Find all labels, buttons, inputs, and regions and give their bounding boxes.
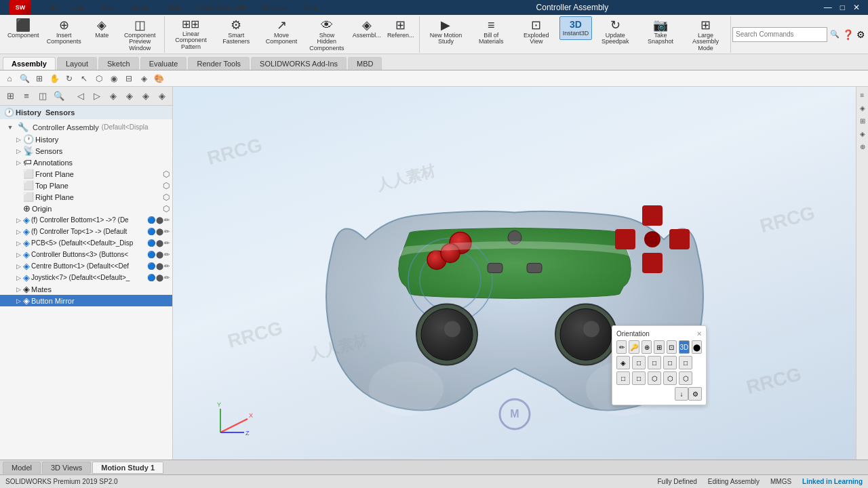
move-component-button[interactable]: ↗ Move Component xyxy=(260,16,304,49)
settings-icon[interactable]: ⚙ xyxy=(856,29,865,40)
tree-centre-button[interactable]: ▷ ◈ Centre Button<1> (Default<<Def 🔵 ⬤ ✏ xyxy=(0,260,172,272)
tree-annotations[interactable]: ▷ 🏷 Annotations xyxy=(0,157,172,168)
right-panel-btn3[interactable]: ⊞ xyxy=(857,115,868,126)
tree-button-mirror[interactable]: ▷ ◈ Button Mirror xyxy=(0,295,172,306)
menu-view[interactable]: View xyxy=(94,2,121,13)
ctrl-buttons-expand[interactable]: ▷ xyxy=(14,250,23,260)
orient-key-icon[interactable]: 🔑 xyxy=(629,340,639,354)
sensors-expand-icon[interactable]: ▷ xyxy=(14,146,23,156)
menu-file[interactable]: File xyxy=(39,2,62,13)
right-panel-btn5[interactable]: ⊕ xyxy=(857,141,868,152)
ctrl-bottom-action1-icon[interactable]: 🔵 xyxy=(147,216,155,224)
joystick-action3-icon[interactable]: ✏ xyxy=(164,274,170,281)
tree-origin[interactable]: ⊕ Origin ⬡ xyxy=(0,203,172,214)
centre-button-action2-icon[interactable]: ⬤ xyxy=(156,262,163,270)
tb2-appearance-icon[interactable]: 🎨 xyxy=(152,72,165,85)
mates-expand[interactable]: ▷ xyxy=(14,285,23,294)
update-speedpak-button[interactable]: ↻ Update Speedpak xyxy=(593,16,637,49)
orient-dimetric-icon[interactable]: ⬡ xyxy=(663,371,677,385)
ctrl-buttons-action1-icon[interactable]: 🔵 xyxy=(147,251,155,258)
history-expand-icon[interactable]: ▷ xyxy=(14,135,23,144)
ctrl-bottom-action2-icon[interactable]: ⬤ xyxy=(156,216,163,224)
ctrl-top-expand[interactable]: ▷ xyxy=(14,227,23,237)
menu-photoview[interactable]: PhotoView 360 xyxy=(191,2,252,13)
pcb-action3-icon[interactable]: ✏ xyxy=(164,239,170,247)
sidebar-search-icon[interactable]: 🔍 xyxy=(52,89,66,104)
close-button[interactable]: ✕ xyxy=(850,3,863,12)
tree-mates[interactable]: ▷ ◈ Mates xyxy=(0,283,172,295)
orient-right-icon2[interactable]: □ xyxy=(679,356,692,369)
orient-settings-icon[interactable]: ⚙ xyxy=(688,387,702,401)
orient-pencil-icon[interactable]: ✏ xyxy=(616,340,627,354)
sidebar-filter-icon[interactable]: ⊞ xyxy=(3,89,18,104)
orient-bottom-icon[interactable]: □ xyxy=(632,371,646,385)
tab-layout[interactable]: Layout xyxy=(57,57,97,70)
sidebar-next-icon[interactable]: ▷ xyxy=(90,89,104,104)
ctrl-bottom-action3-icon[interactable]: ✏ xyxy=(164,216,170,224)
menu-edit[interactable]: Edit xyxy=(66,2,90,13)
tree-front-plane[interactable]: ⬜ Front Plane ⬡ xyxy=(0,168,172,180)
ctrl-buttons-action2-icon[interactable]: ⬤ xyxy=(156,251,163,258)
orient-down-arrow-icon[interactable]: ↓ xyxy=(675,387,688,401)
component-button[interactable]: ⬛ Component xyxy=(5,16,41,42)
centre-button-action1-icon[interactable]: 🔵 xyxy=(147,262,155,270)
menu-window[interactable]: Window xyxy=(256,2,293,13)
tb2-fit-icon[interactable]: ⊞ xyxy=(33,72,46,85)
tb2-wireframe-icon[interactable]: ⬡ xyxy=(92,72,106,85)
tab-sketch[interactable]: Sketch xyxy=(98,57,139,70)
menu-tools[interactable]: Tools xyxy=(159,2,187,13)
search-input[interactable] xyxy=(732,27,827,42)
sidebar-prev-icon[interactable]: ◁ xyxy=(73,89,88,104)
tree-top-plane[interactable]: ⬜ Top Plane ⬡ xyxy=(0,180,172,191)
tb2-pan-icon[interactable]: ✋ xyxy=(47,72,61,85)
tab-evaluate[interactable]: Evaluate xyxy=(140,57,187,70)
orient-box-icon[interactable]: ⊡ xyxy=(667,340,677,354)
large-assembly-mode-button[interactable]: ⊞ Large Assembly Mode xyxy=(684,16,728,56)
right-plane-vis-icon[interactable]: ⬡ xyxy=(163,192,170,202)
assembly-root[interactable]: ▼ 🔧 Controller Assembly (Default<Displa xyxy=(0,121,172,134)
ctrl-buttons-action3-icon[interactable]: ✏ xyxy=(164,251,170,258)
tree-history[interactable]: ▷ 🕐 History xyxy=(0,134,172,145)
tree-joystick[interactable]: ▷ ◈ Joystick<7> (Default<<Default>_ 🔵 ⬤ … xyxy=(0,272,172,283)
tree-pcb[interactable]: ▷ ◈ PCB<5> (Default<<Default>_Disp 🔵 ⬤ ✏ xyxy=(0,237,172,249)
tree-ctrl-bottom[interactable]: ▷ ◈ (f) Controller Bottom<1> ->? (De 🔵 ⬤… xyxy=(0,214,172,226)
search-icon[interactable]: 🔍 xyxy=(830,30,840,39)
ctrl-bottom-expand[interactable]: ▷ xyxy=(14,216,23,225)
assembly-expand-icon[interactable]: ▼ xyxy=(5,123,15,132)
ctrl-top-action1-icon[interactable]: 🔵 xyxy=(147,228,155,235)
pcb-expand[interactable]: ▷ xyxy=(14,239,23,248)
joystick-action2-icon[interactable]: ⬤ xyxy=(156,274,163,281)
tb2-display-icon[interactable]: ◈ xyxy=(137,72,151,85)
insert-components-button[interactable]: ⊕ Insert Components xyxy=(42,16,85,49)
joystick-expand[interactable]: ▷ xyxy=(14,273,23,283)
menu-help[interactable]: Help xyxy=(298,2,324,13)
component-preview-button[interactable]: ◫ Component Preview Window xyxy=(118,16,161,56)
new-motion-study-button[interactable]: ▶ New Motion Study xyxy=(424,16,468,49)
annotations-expand-icon[interactable]: ▷ xyxy=(14,158,23,167)
front-plane-vis-icon[interactable]: ⬡ xyxy=(163,169,170,179)
tree-right-plane[interactable]: ⬜ Right Plane ⬡ xyxy=(0,191,172,203)
orientation-close-icon[interactable]: ✕ xyxy=(696,330,702,338)
take-snapshot-button[interactable]: 📷 Take Snapshot xyxy=(639,16,682,49)
sidebar-view2-icon[interactable]: ◈ xyxy=(122,89,137,104)
tb2-select-icon[interactable]: ↖ xyxy=(77,72,91,85)
bill-of-materials-button[interactable]: ≡ Bill of Materials xyxy=(469,16,513,49)
sidebar-expand-icon[interactable]: ◈ xyxy=(155,89,170,104)
tb2-zoom-icon[interactable]: 🔍 xyxy=(18,72,31,85)
tb2-home-icon[interactable]: ⌂ xyxy=(3,72,16,85)
tab-solidworks-addins[interactable]: SOLIDWORKS Add-Ins xyxy=(251,57,347,70)
orient-left-icon[interactable]: □ xyxy=(663,356,677,369)
orient-isometric-icon[interactable]: ⬡ xyxy=(648,371,661,385)
orient-front-icon[interactable]: □ xyxy=(632,356,646,369)
btab-motion-study[interactable]: Motion Study 1 xyxy=(92,462,163,474)
assembly-button[interactable]: ◈ Assembl... xyxy=(350,16,383,42)
tree-ctrl-buttons[interactable]: ▷ ◈ Controller Buttons<3> (Buttons< 🔵 ⬤ … xyxy=(0,249,172,260)
linear-component-pattern-button[interactable]: ⊞⊞ Linear ComponentPattern xyxy=(169,16,213,54)
orient-top-icon[interactable]: □ xyxy=(616,371,630,385)
orient-perspective-icon[interactable]: ◈ xyxy=(616,356,630,369)
joystick-action1-icon[interactable]: 🔵 xyxy=(147,274,155,281)
minimize-button[interactable]: — xyxy=(821,3,835,12)
instant3d-button[interactable]: 3D Instant3D xyxy=(559,16,592,41)
smart-fasteners-button[interactable]: ⚙ Smart Fasteners xyxy=(214,16,258,49)
sidebar-view1-icon[interactable]: ◈ xyxy=(106,89,121,104)
